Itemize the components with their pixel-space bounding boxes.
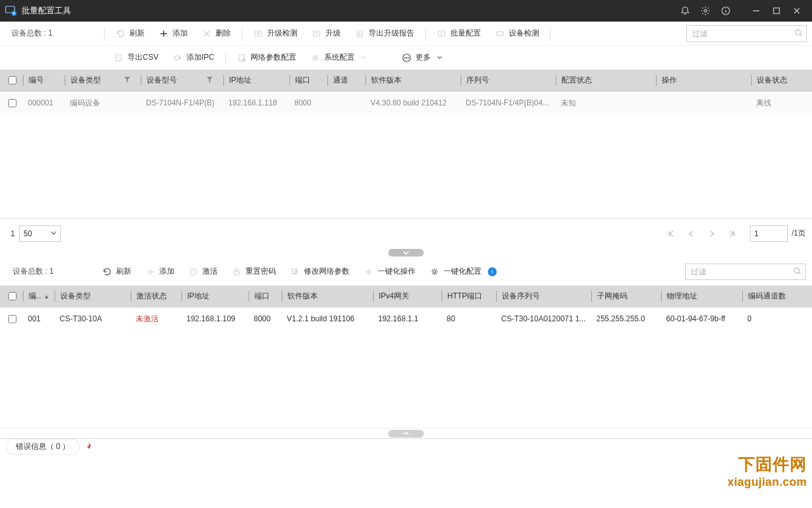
minimize-button[interactable]: [746, 0, 766, 22]
col-no[interactable]: 编号: [23, 291, 41, 302]
filter-icon[interactable]: [206, 76, 213, 85]
col-model[interactable]: 设备型号: [141, 75, 177, 86]
delete-button[interactable]: 删除: [195, 23, 238, 44]
sys-config-button[interactable]: 系统配置: [303, 48, 376, 68]
col-sw[interactable]: 软件版本: [365, 75, 402, 86]
col-port[interactable]: 端口: [249, 291, 270, 302]
pager-next-button[interactable]: [702, 225, 722, 242]
filter-input-bottom[interactable]: [685, 264, 806, 280]
pager-prev-button[interactable]: [681, 225, 702, 242]
svg-rect-6: [313, 31, 320, 36]
filter-icon[interactable]: [124, 76, 131, 85]
chevron-down-icon: [435, 53, 445, 63]
edit-net-button[interactable]: 修改网络参数: [283, 262, 357, 282]
add-ipc-button[interactable]: 添加IPC: [166, 48, 221, 68]
row-checkbox[interactable]: [4, 315, 20, 323]
one-click-cfg-button[interactable]: 一键化配置i: [422, 262, 504, 282]
col-channel[interactable]: 通道: [327, 75, 348, 86]
refresh-button-bottom[interactable]: 刷新: [95, 262, 138, 282]
error-info-button[interactable]: 错误信息（ 0 ）: [6, 439, 79, 455]
col-status[interactable]: 设备状态: [751, 75, 787, 86]
cell-serial: CS-T30-10A0120071 1...: [494, 314, 589, 323]
select-all-checkbox[interactable]: [4, 76, 20, 84]
filter-input-top[interactable]: [686, 25, 807, 42]
cell-channels: 0: [740, 314, 812, 323]
activate-button[interactable]: 激活: [181, 262, 225, 282]
col-cfg[interactable]: 配置状态: [556, 75, 592, 86]
device-check-button[interactable]: 设备检测: [488, 23, 546, 44]
export-csv-icon: [114, 53, 124, 63]
reset-password-button[interactable]: 重置密码: [225, 262, 283, 282]
close-button[interactable]: [787, 0, 807, 22]
maximize-button[interactable]: [766, 0, 787, 22]
top-toolbar-row1: 设备总数 : 1 刷新 添加 删除 升级检测 升级 导出升级报告 批量配置 设备…: [0, 22, 812, 46]
add-button[interactable]: 添加: [152, 23, 195, 44]
col-mac[interactable]: 物理地址: [661, 291, 697, 302]
col-serial[interactable]: 序列号: [461, 75, 489, 86]
net-param-button[interactable]: 网络参数配置: [230, 48, 303, 68]
col-gw[interactable]: IPv4网关: [373, 291, 409, 302]
col-sw[interactable]: 软件版本: [282, 291, 318, 302]
col-mask[interactable]: 子网掩码: [591, 291, 627, 302]
refresh-icon: [115, 29, 126, 39]
cell-model: DS-7104N-F1/4P(B): [138, 98, 221, 107]
top-toolbar-row2: 导出CSV 添加IPC 网络参数配置 系统配置 更多: [0, 46, 812, 70]
pager-first-button[interactable]: [661, 225, 681, 242]
svg-point-23: [367, 271, 370, 273]
col-no[interactable]: 编号: [23, 75, 44, 86]
more-button[interactable]: 更多: [395, 48, 452, 68]
search-icon: [794, 29, 803, 39]
cell-serial: DS-7104N-F1/4P(B)04...: [458, 98, 553, 107]
col-type[interactable]: 设备类型: [55, 291, 91, 302]
pin-icon[interactable]: [86, 442, 94, 452]
upgrade-check-button[interactable]: 升级检测: [246, 23, 304, 44]
top-grid-header: 编号 设备类型 设备型号 IP地址 端口 通道 软件版本 序列号 配置状态 操作…: [0, 70, 812, 91]
cell-activation: 未激活: [128, 314, 179, 324]
col-op[interactable]: 操作: [656, 75, 677, 86]
batch-config-button[interactable]: 批量配置: [429, 23, 488, 44]
col-port[interactable]: 端口: [289, 75, 310, 86]
cell-mask: 255.255.255.0: [589, 314, 658, 323]
add-button-bottom[interactable]: 添加: [138, 262, 181, 282]
device-count-bottom: 设备总数 : 1: [6, 266, 95, 277]
settings-icon[interactable]: [695, 0, 716, 22]
col-activation[interactable]: 激活状态: [131, 291, 167, 302]
notifications-icon[interactable]: [675, 0, 695, 22]
status-bar: 错误信息（ 0 ）: [0, 438, 812, 455]
cell-cfg: 未知: [553, 98, 653, 109]
cell-port: 8000: [246, 314, 279, 323]
col-http[interactable]: HTTP端口: [442, 291, 482, 302]
col-serial[interactable]: 设备序列号: [496, 291, 540, 302]
col-channels[interactable]: 编码通道数: [742, 291, 786, 302]
cell-mac: 60-01-94-67-9b-ff: [658, 314, 740, 323]
upgrade-check-icon: [253, 29, 263, 39]
pager-last-button[interactable]: [722, 225, 742, 242]
cell-no: 000001: [20, 98, 62, 107]
gear-icon: [310, 53, 320, 63]
cell-type: CS-T30-10A: [52, 314, 128, 323]
select-all-checkbox-bottom[interactable]: [4, 292, 20, 300]
export-report-button[interactable]: 导出升级报告: [348, 23, 421, 44]
refresh-button[interactable]: 刷新: [108, 23, 152, 44]
row-checkbox[interactable]: [4, 99, 20, 107]
table-row[interactable]: 000001 编码设备 DS-7104N-F1/4P(B) 192.168.1.…: [0, 91, 812, 114]
table-row[interactable]: 001 CS-T30-10A 未激活 192.168.1.109 8000 V1…: [0, 307, 812, 330]
col-type[interactable]: 设备类型: [65, 75, 101, 86]
svg-rect-9: [497, 32, 503, 36]
gear-icon: [429, 267, 440, 277]
cell-sw: V4.30.80 build 210412: [363, 98, 458, 107]
panel-splitter[interactable]: [0, 248, 812, 258]
info-icon[interactable]: [716, 0, 736, 22]
title-bar: 批量配置工具: [0, 0, 812, 22]
export-csv-button[interactable]: 导出CSV: [107, 48, 166, 68]
upgrade-button[interactable]: 升级: [304, 23, 348, 44]
col-ip[interactable]: IP地址: [181, 291, 209, 302]
pager-goto-input[interactable]: [750, 225, 788, 242]
net-param-icon: [237, 53, 247, 63]
app-logo-icon: [5, 5, 16, 17]
col-ip[interactable]: IP地址: [223, 75, 251, 86]
bottom-collapse-splitter[interactable]: [0, 428, 812, 438]
svg-point-18: [406, 57, 407, 58]
one-click-op-button[interactable]: 一键化操作: [357, 262, 422, 282]
pagesize-select[interactable]: 50: [19, 225, 61, 242]
